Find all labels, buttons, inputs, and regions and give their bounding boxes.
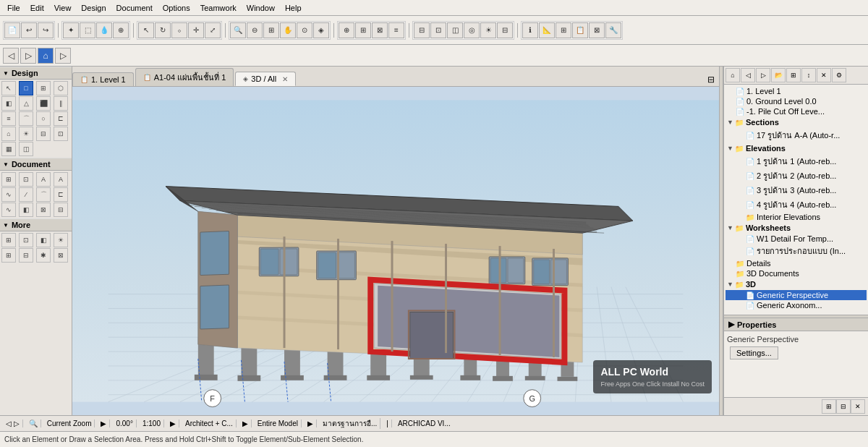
more-tool-3[interactable]: ◧ bbox=[36, 233, 51, 247]
light-btn[interactable]: ☀ bbox=[480, 22, 496, 38]
3d-nav[interactable]: ◈ bbox=[313, 22, 329, 38]
stretch-tool[interactable]: ⤢ bbox=[205, 22, 221, 38]
viewport-canvas[interactable]: F G ALL PC World Free Apps One Click Ins… bbox=[72, 87, 719, 415]
orbit-tool[interactable]: ⊙ bbox=[297, 22, 312, 38]
menu-item-edit[interactable]: Edit bbox=[26, 2, 48, 14]
guide-btn[interactable]: ≡ bbox=[388, 22, 404, 38]
tab-3d-close[interactable]: ✕ bbox=[282, 75, 288, 83]
status-layer-icon[interactable]: | bbox=[383, 420, 392, 427]
text-tool[interactable]: A bbox=[36, 172, 51, 187]
more-section-header[interactable]: ▼ More bbox=[0, 218, 72, 231]
rp-settings-btn[interactable]: ⚙ bbox=[832, 68, 846, 82]
label-tool[interactable]: A bbox=[54, 172, 68, 187]
nav-home[interactable]: ⌂ bbox=[38, 48, 54, 64]
tree-item-level1[interactable]: 📄 1. Level 1 bbox=[726, 86, 867, 96]
texture-btn[interactable]: ⊟ bbox=[497, 22, 513, 38]
navigator-tree[interactable]: 📄 1. Level 1 📄 0. Ground Level 0.0 📄 -1.… bbox=[724, 85, 868, 315]
marquee-tool[interactable]: ⬚ bbox=[80, 22, 95, 38]
tree-item-section-aa[interactable]: 📄 17 รูปด้าน A-A (Auto-r... bbox=[726, 128, 867, 142]
zone-tool[interactable]: ⊟ bbox=[36, 127, 51, 141]
menu-item-design[interactable]: Design bbox=[77, 2, 110, 14]
roof-tool[interactable]: △ bbox=[19, 96, 33, 111]
column-tool[interactable]: ∥ bbox=[54, 96, 68, 111]
zoom-nav-arrows[interactable]: ◁ ▷ bbox=[6, 420, 20, 427]
rp-forward-btn[interactable]: ▷ bbox=[756, 68, 770, 82]
fill-tool[interactable]: ◧ bbox=[19, 203, 33, 217]
rp-open-btn[interactable]: 📂 bbox=[771, 68, 786, 82]
worksheets-arrow[interactable]: ▼ bbox=[727, 224, 733, 231]
tree-sections-header[interactable]: ▼ 📁 Sections bbox=[726, 116, 867, 128]
document-section-header[interactable]: ▼ Document bbox=[0, 158, 72, 171]
panel-btn-2[interactable]: ⊟ bbox=[836, 399, 851, 414]
more-tool-5[interactable]: ⊞ bbox=[1, 248, 16, 263]
status-model-arrow[interactable]: ▶ bbox=[305, 420, 317, 427]
calc-btn[interactable]: ⊞ bbox=[556, 22, 571, 38]
status-zoom-arrow[interactable]: ▶ bbox=[98, 420, 110, 427]
more-tool-4[interactable]: ☀ bbox=[54, 233, 68, 247]
tree-worksheets-header[interactable]: ▼ 📁 Worksheets bbox=[726, 222, 867, 234]
settings-button[interactable]: Settings... bbox=[730, 346, 778, 359]
spline-tool[interactable]: ∿ bbox=[1, 203, 16, 217]
schedule-btn[interactable]: 📋 bbox=[572, 22, 588, 38]
rp-delete-btn[interactable]: ✕ bbox=[817, 68, 831, 82]
tab-level1[interactable]: 📋 1. Level 1 bbox=[72, 72, 134, 86]
door-tool[interactable]: ⊞ bbox=[36, 81, 51, 95]
redo-button[interactable]: ↪ bbox=[38, 22, 54, 38]
tree-item-ground[interactable]: 📄 0. Ground Level 0.0 bbox=[726, 96, 867, 106]
fit-window[interactable]: ⊞ bbox=[263, 22, 279, 38]
more-tool-6[interactable]: ⊟ bbox=[19, 248, 33, 263]
tree-item-elev4[interactable]: 📄 4 รูปด้าน 4 (Auto-reb... bbox=[726, 197, 867, 212]
morph-tool[interactable]: ⊏ bbox=[54, 111, 68, 126]
new-button[interactable]: 📄 bbox=[4, 22, 20, 38]
stair-tool[interactable]: ≡ bbox=[1, 111, 16, 126]
menu-item-help[interactable]: Help bbox=[281, 2, 306, 14]
nav-forward[interactable]: ▷ bbox=[55, 48, 71, 64]
beam-tool[interactable]: ⬛ bbox=[36, 96, 51, 111]
transform-tool[interactable]: ⬦ bbox=[171, 22, 187, 38]
elevations-arrow[interactable]: ▼ bbox=[727, 145, 733, 152]
menu-item-teamwork[interactable]: Teamwork bbox=[196, 2, 241, 14]
wall-tool[interactable]: □ bbox=[19, 81, 33, 95]
nav-next[interactable]: ▷ bbox=[20, 48, 36, 64]
rp-copy-btn[interactable]: ⊞ bbox=[786, 68, 801, 82]
radial-dim-tool[interactable]: ⊡ bbox=[19, 172, 33, 187]
tree-elevations-header[interactable]: ▼ 📁 Elevations bbox=[726, 142, 867, 154]
more-tool-8[interactable]: ⊠ bbox=[54, 248, 68, 263]
more-tool-1[interactable]: ⊞ bbox=[1, 233, 16, 247]
drawing-tool[interactable]: ⊟ bbox=[54, 203, 68, 217]
menu-item-file[interactable]: File bbox=[3, 2, 25, 14]
detail-btn[interactable]: 🔧 bbox=[605, 22, 621, 38]
curtain-tool[interactable]: ▦ bbox=[1, 142, 16, 156]
rp-back-btn[interactable]: ◁ bbox=[741, 68, 755, 82]
tree-item-details[interactable]: 📁 Details bbox=[726, 258, 867, 268]
tree-item-interior-elev[interactable]: 📁 Interior Elevations bbox=[726, 212, 867, 222]
inject-tool[interactable]: ⊕ bbox=[113, 22, 129, 38]
tree-item-3ddocs[interactable]: 📁 3D Documents bbox=[726, 268, 867, 278]
railing-tool[interactable]: ⌒ bbox=[19, 111, 33, 126]
line-tool[interactable]: ∕ bbox=[19, 187, 33, 202]
tree-item-elev1[interactable]: 📄 1 รูปด้าน 1 (Auto-reb... bbox=[726, 154, 867, 169]
pan-tool[interactable]: ✋ bbox=[280, 22, 296, 38]
more-tool-7[interactable]: ✱ bbox=[36, 248, 51, 263]
zoom-in[interactable]: 🔍 bbox=[230, 22, 246, 38]
render-btn[interactable]: ◎ bbox=[464, 22, 480, 38]
tab-3d[interactable]: ◈ 3D / All ✕ bbox=[235, 72, 296, 86]
layer-btn[interactable]: ⊟ bbox=[414, 22, 430, 38]
menu-item-view[interactable]: View bbox=[50, 2, 76, 14]
tab-nav-btn[interactable]: ⊟ bbox=[703, 73, 719, 86]
status-profile-arrow[interactable]: ▶ bbox=[239, 420, 252, 427]
grid-btn[interactable]: ⊞ bbox=[355, 22, 371, 38]
ortho-btn[interactable]: ⊠ bbox=[372, 22, 388, 38]
tab-a104[interactable]: 📋 A1-04 แผ่นพื้นชั้นที่ 1 bbox=[135, 68, 234, 86]
move-tool[interactable]: ✛ bbox=[188, 22, 204, 38]
panel-btn-1[interactable]: ⊞ bbox=[822, 399, 836, 414]
tree-item-w1[interactable]: 📄 W1 Detail For Temp... bbox=[726, 234, 867, 244]
tree-item-worksheet2[interactable]: 📄 รายการประกอบแบบ (In... bbox=[726, 244, 867, 258]
info-btn[interactable]: ℹ bbox=[522, 22, 538, 38]
zoom-out[interactable]: ⊖ bbox=[247, 22, 263, 38]
status-scale-arrow[interactable]: ▶ bbox=[167, 420, 179, 427]
surface-btn[interactable]: ◫ bbox=[447, 22, 463, 38]
3d-arrow[interactable]: ▼ bbox=[727, 281, 733, 288]
arrow-select-tool[interactable]: ↖ bbox=[1, 81, 16, 95]
tree-3d-header[interactable]: ▼ 📁 3D bbox=[726, 278, 867, 290]
